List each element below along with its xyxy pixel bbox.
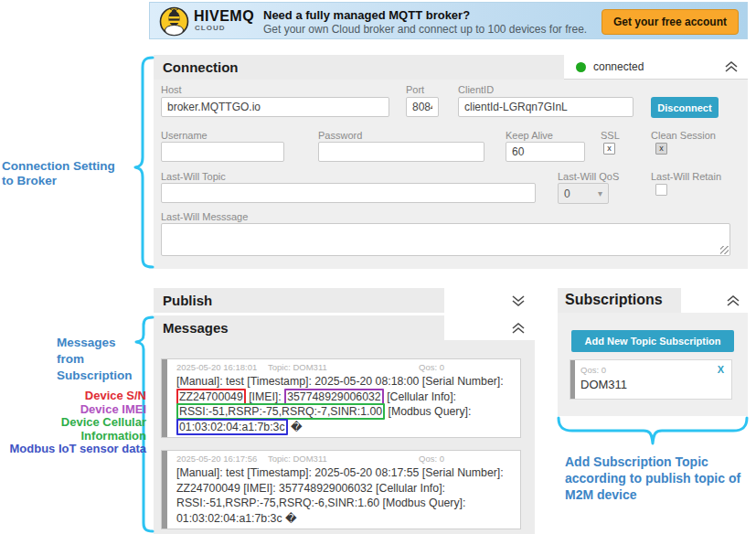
port-input[interactable] <box>406 97 439 117</box>
brand-name: HIVEMQ <box>194 9 254 24</box>
messages-list: 2025-05-20 16:18:01 Topic: DOM311 Qos: 0… <box>154 340 535 534</box>
collapse-subscriptions-icon[interactable] <box>726 294 740 307</box>
payload-text: [Manual]: test [Timestamp]: 2025-05-20 0… <box>176 375 504 388</box>
subscription-topic: DOM311 <box>580 378 627 391</box>
username-label: Username <box>161 130 208 141</box>
legend-device-imei: Device IMEI <box>0 403 146 417</box>
device-serial-highlight: ZZ24700049 <box>176 389 246 405</box>
payload-text: [Cellular Info]: <box>384 390 456 403</box>
subscription-item: Qos: 0 X DOM311 <box>570 359 732 400</box>
host-label: Host <box>161 84 182 95</box>
connection-panel: Connection connected Host Port ClientID … <box>154 55 748 269</box>
last-will-message-label: Last-Will Messsage <box>161 211 248 222</box>
message-time: 2025-05-20 16:18:01 <box>176 362 268 372</box>
collapse-messages-icon[interactable] <box>511 322 526 335</box>
username-input[interactable] <box>161 142 284 162</box>
banner-headline: Need a fully managed MQTT broker? <box>263 8 470 22</box>
messages-section: Messages 2025-05-20 16:18:01 Topic: DOM3… <box>154 315 535 534</box>
device-imei-highlight: 357748929006032 <box>284 389 384 405</box>
add-new-topic-subscription-button[interactable]: Add New Topic Subscription <box>571 330 734 352</box>
connected-status-icon <box>576 62 586 72</box>
port-label: Port <box>406 84 424 95</box>
message-accent-bar <box>162 359 167 437</box>
connection-brace-annotation <box>133 55 154 270</box>
password-input[interactable] <box>318 142 484 162</box>
message-topic: Topic: DOM311 <box>268 362 419 372</box>
connection-status-text: connected <box>593 60 724 73</box>
message-card: 2025-05-20 16:17:56 Topic: DOM311 Qos: 0… <box>161 450 521 529</box>
connection-title: Connection <box>163 59 239 75</box>
last-will-retain-label: Last-Will Retain <box>651 171 721 182</box>
message-topic: Topic: DOM311 <box>268 454 419 464</box>
clean-session-checkbox[interactable]: x <box>655 143 667 155</box>
hivemq-banner: HIVEMQ CLOUD Need a fully managed MQTT b… <box>149 2 748 39</box>
message-meta: 2025-05-20 16:17:56 Topic: DOM311 Qos: 0 <box>162 451 520 465</box>
last-will-qos-select[interactable]: 0 ▾ <box>558 183 609 204</box>
expand-publish-icon[interactable] <box>511 294 526 307</box>
subscription-accent-bar <box>570 360 575 399</box>
legend-modbus-data: Modbus IoT sensor data <box>0 443 146 456</box>
keep-alive-input[interactable] <box>506 142 585 162</box>
message-qos: Qos: 0 <box>419 362 444 372</box>
hivemq-logo-icon <box>159 6 189 37</box>
message-qos: Qos: 0 <box>419 454 444 464</box>
dropdown-arrow-icon: ▾ <box>598 188 602 198</box>
connection-status-tab: connected <box>564 55 748 80</box>
annotation-connection-setting: Connection Setting to Broker <box>2 159 144 188</box>
legend-device-sn: Device S/N <box>0 390 146 403</box>
payload-text: [Modbus Query]: <box>385 405 471 418</box>
collapse-connection-icon[interactable] <box>724 60 739 73</box>
annotation-add-subscription-topic: Add Subscription Topic according to publ… <box>565 454 755 503</box>
publish-section: Publish <box>154 288 535 313</box>
payload-text: [IMEI]: <box>246 390 284 403</box>
modbus-data-highlight: 01:03:02:04:a1:7b:3c <box>176 419 288 435</box>
brand-subname: CLOUD <box>194 25 254 32</box>
last-will-qos-label: Last-Will QoS <box>558 171 619 182</box>
banner-subheadline: Get your own Cloud broker and connect up… <box>263 23 587 36</box>
last-will-topic-input[interactable] <box>161 183 536 203</box>
payload-text: � <box>288 421 303 433</box>
subscriptions-title: Subscriptions <box>565 292 663 308</box>
password-label: Password <box>318 130 362 141</box>
message-meta: 2025-05-20 16:18:01 Topic: DOM311 Qos: 0 <box>162 359 520 373</box>
cellular-info-highlight: RSSI:-51,RSRP:-75,RSRQ:-7,SINR:1.00 <box>176 403 385 420</box>
get-free-account-button[interactable]: Get your free account <box>602 9 739 35</box>
message-time: 2025-05-20 16:17:56 <box>176 454 268 464</box>
legend-device-cellular: Device Cellular Information <box>0 416 146 443</box>
keep-alive-label: Keep Alive <box>506 130 553 141</box>
subscription-qos: Qos: 0 <box>580 365 606 375</box>
textarea-resize-handle-icon[interactable] <box>720 246 729 254</box>
clientid-input[interactable] <box>458 97 634 117</box>
last-will-topic-label: Last-Will Topic <box>161 171 226 182</box>
message-accent-bar <box>162 451 167 529</box>
messages-title: Messages <box>163 320 229 336</box>
message-payload: [Manual]: test [Timestamp]: 2025-05-20 0… <box>162 373 520 434</box>
last-will-qos-value: 0 <box>564 187 570 200</box>
message-card: 2025-05-20 16:18:01 Topic: DOM311 Qos: 0… <box>161 358 521 438</box>
remove-subscription-button[interactable]: X <box>718 364 724 375</box>
subscriptions-brace-annotation <box>556 416 750 449</box>
publish-header-bar: Publish <box>154 288 444 313</box>
brand-block: HIVEMQ CLOUD <box>194 9 254 32</box>
host-input[interactable] <box>161 97 389 117</box>
ssl-label: SSL <box>601 130 620 141</box>
disconnect-button[interactable]: Disconnect <box>651 97 719 118</box>
annotation-messages-from-subscription: Messages from Subscription <box>57 335 133 384</box>
subscriptions-body: Add New Topic Subscription Qos: 0 X DOM3… <box>558 313 748 416</box>
message-payload: [Manual]: test [Timestamp]: 2025-05-20 0… <box>162 465 520 526</box>
ssl-checkbox[interactable]: x <box>603 143 615 155</box>
clean-session-label: Clean Session <box>651 130 716 141</box>
device-field-legend: Device S/N Device IMEI Device Cellular I… <box>0 390 146 456</box>
last-will-retain-checkbox[interactable] <box>655 184 667 196</box>
publish-title: Publish <box>163 293 212 308</box>
last-will-message-textarea[interactable] <box>161 223 730 256</box>
subscriptions-section: Subscriptions Add New Topic Subscription… <box>558 288 748 416</box>
clientid-label: ClientID <box>458 84 494 95</box>
